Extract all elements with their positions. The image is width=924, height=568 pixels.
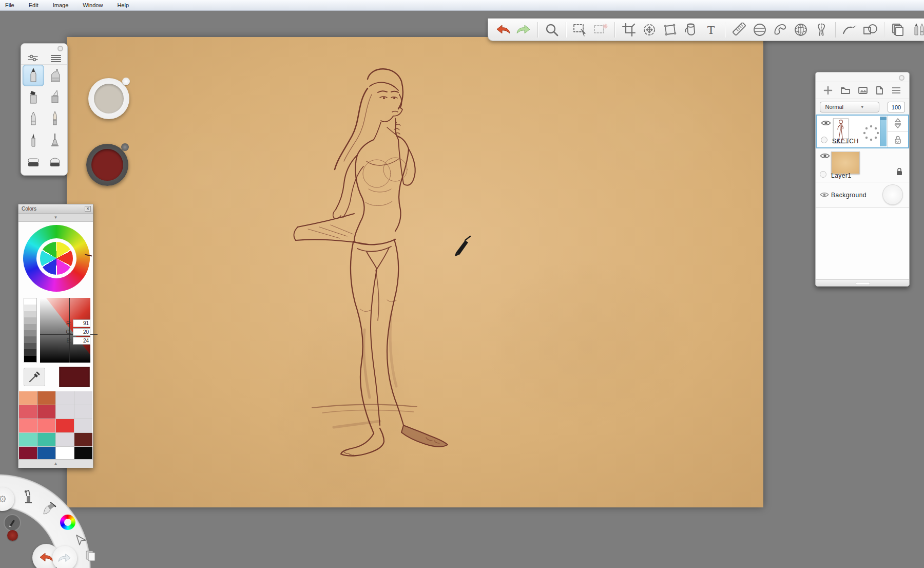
symmetry-tool-button[interactable] (814, 22, 829, 38)
color-swatch[interactable] (37, 405, 55, 419)
layer-editor-button[interactable] (891, 22, 906, 38)
gray-step[interactable] (24, 305, 36, 311)
layer-row-background[interactable]: Background (816, 182, 909, 208)
brush-eraser-soft[interactable] (44, 151, 66, 173)
visibility-eye-icon[interactable] (820, 192, 829, 198)
brush-airbrush[interactable] (44, 65, 66, 86)
layer-opacity-field[interactable]: 100 (888, 102, 905, 112)
steady-stroke-button[interactable] (842, 22, 857, 38)
color-puck[interactable] (86, 144, 128, 186)
shapes-tool-button[interactable] (862, 22, 878, 38)
color-swatch[interactable] (37, 419, 55, 432)
color-swatch[interactable] (37, 447, 55, 460)
brush-felt-pen[interactable] (23, 129, 44, 151)
transform-tool-button[interactable] (662, 22, 678, 38)
color-wheel[interactable] (23, 225, 90, 292)
color-swatch[interactable] (19, 419, 37, 432)
menu-window[interactable]: Window (83, 2, 103, 8)
color-swatch[interactable] (37, 433, 55, 446)
visibility-eye-icon[interactable] (821, 120, 831, 126)
menu-image[interactable]: Image (53, 2, 69, 8)
gray-step[interactable] (24, 330, 36, 336)
lock-transparency-control[interactable] (888, 132, 908, 148)
gray-step[interactable] (24, 343, 36, 349)
brush-paintbrush[interactable] (44, 108, 66, 129)
color-swatch[interactable] (74, 391, 92, 405)
gray-step[interactable] (24, 324, 36, 330)
ruler-tool-button[interactable] (732, 22, 747, 38)
b-value-field[interactable]: 24 (73, 337, 90, 345)
layer-scroll-strip[interactable] (880, 117, 887, 146)
drawing-canvas[interactable] (67, 37, 763, 507)
color-swatch[interactable] (19, 447, 37, 460)
gray-step[interactable] (24, 336, 36, 343)
gray-ramp[interactable] (24, 298, 37, 363)
fill-tool-button[interactable] (683, 22, 698, 38)
layers-panel-handle[interactable] (816, 72, 909, 82)
brush-marker[interactable] (23, 86, 44, 108)
layer-reorder-control[interactable] (888, 116, 908, 132)
redo-button[interactable] (516, 22, 531, 38)
brush-puck[interactable] (88, 78, 129, 119)
brush-chisel-marker[interactable] (44, 86, 66, 108)
move-selection-button[interactable] (642, 22, 657, 38)
color-swatch[interactable] (74, 447, 92, 460)
color-swatch[interactable] (56, 447, 74, 460)
gray-step[interactable] (24, 311, 36, 317)
color-swatch[interactable] (56, 433, 74, 446)
color-wheel-pie[interactable] (40, 242, 73, 275)
add-layer-icon[interactable] (823, 86, 833, 95)
color-swatch[interactable] (19, 391, 37, 405)
visibility-eye-icon[interactable] (820, 153, 830, 159)
duplicate-layer-icon[interactable] (875, 86, 883, 95)
blend-mode-dropdown[interactable]: Normal ▼ (820, 102, 879, 112)
layer-group-icon[interactable] (840, 86, 851, 94)
gray-step[interactable] (24, 298, 36, 305)
brush-library-button[interactable] (911, 22, 924, 38)
menu-file[interactable]: File (5, 2, 14, 8)
ellipse-guide-button[interactable] (752, 22, 767, 38)
background-color-chip[interactable] (882, 184, 903, 205)
current-brush-bubble[interactable] (4, 514, 21, 532)
french-curve-button[interactable] (773, 22, 788, 38)
locked-icon[interactable] (896, 167, 903, 176)
colors-collapse-bar[interactable]: ▼ (18, 214, 93, 222)
color-swatch[interactable] (56, 405, 74, 419)
text-tool-button[interactable]: T (703, 22, 719, 38)
brush-liner[interactable] (44, 129, 66, 151)
color-swatch[interactable] (19, 433, 37, 446)
layers-resize-handle[interactable] (816, 279, 909, 286)
menu-edit[interactable]: Edit (29, 2, 38, 8)
layer-menu-icon[interactable] (891, 87, 901, 94)
brush-menu-icon[interactable] (50, 53, 62, 63)
lagoon-layers-item[interactable] (82, 547, 101, 565)
gray-step[interactable] (24, 356, 36, 362)
g-value-field[interactable]: 20 (73, 328, 90, 336)
colors-panel-titlebar[interactable]: Colors ✕ (18, 204, 93, 214)
lagoon-select-item[interactable] (72, 531, 90, 549)
layer-color-tag[interactable] (821, 137, 827, 143)
color-swatch[interactable] (74, 405, 92, 419)
brush-ballpoint-pen[interactable] (23, 108, 44, 129)
zoom-tool-button[interactable] (544, 22, 560, 38)
menu-help[interactable]: Help (117, 2, 129, 8)
select-tool-button[interactable] (572, 22, 588, 38)
brush-pencil[interactable] (23, 65, 44, 86)
brush-eraser-hard[interactable] (23, 151, 44, 173)
brush-panel-handle[interactable] (21, 44, 67, 52)
crop-tool-button[interactable] (621, 22, 637, 38)
gray-step[interactable] (24, 317, 36, 324)
eyedropper-button[interactable] (24, 368, 45, 386)
gray-step[interactable] (24, 349, 36, 355)
deselect-tool-button[interactable] (593, 22, 608, 38)
layer-row-layer1[interactable]: Layer1 (816, 148, 909, 182)
r-value-field[interactable]: 91 (73, 319, 90, 327)
lagoon-brush-item[interactable] (41, 500, 59, 518)
close-icon[interactable]: ✕ (85, 206, 91, 212)
color-swatch[interactable] (74, 419, 92, 432)
undo-button[interactable] (495, 22, 511, 38)
lagoon-color-item[interactable] (59, 513, 77, 532)
import-image-icon[interactable] (858, 86, 868, 94)
color-swatch[interactable] (74, 433, 92, 446)
color-swatch[interactable] (56, 419, 74, 432)
